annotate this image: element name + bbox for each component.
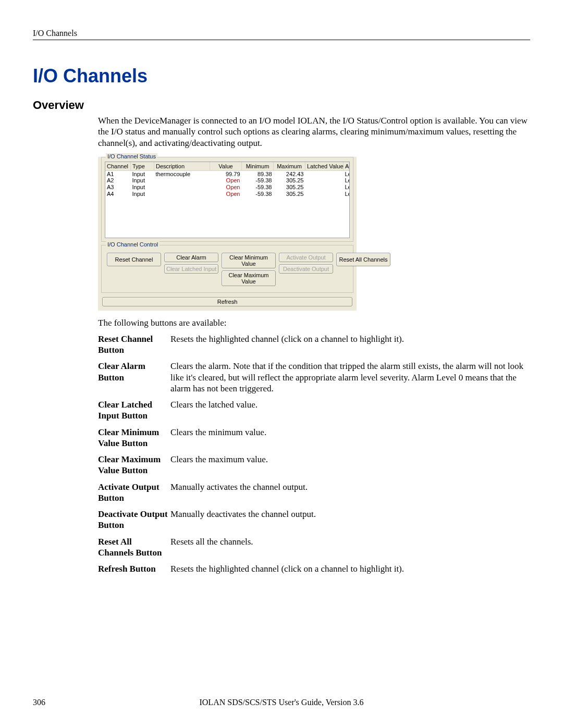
table-row[interactable]: A1Inputthermocouple99.7989.38242.43Level…: [105, 170, 349, 177]
cell-latched: [305, 177, 344, 184]
cell-min: -59.38: [242, 177, 274, 184]
cell-alarm: Level 0: [344, 184, 349, 191]
definition-body: Clears the alarm. Note that if the condi…: [170, 361, 530, 394]
button-definitions: Reset Channel ButtonResets the highlight…: [98, 334, 530, 575]
cell-latched: [305, 184, 344, 191]
overview-heading: Overview: [33, 98, 530, 112]
io-control-group-label: I/O Channel Control: [106, 241, 160, 248]
reset-all-channels-button[interactable]: Reset All Channels: [336, 253, 390, 266]
col-description[interactable]: Description: [154, 162, 210, 171]
intro-paragraph: When the DeviceManager is connected to a…: [98, 115, 530, 149]
definition-body: Manually activates the channel output.: [170, 482, 530, 492]
header-rule: [33, 40, 530, 40]
cell-val: Open: [210, 184, 242, 191]
table-row[interactable]: A3InputOpen-59.38305.25Level 0: [105, 184, 349, 191]
cell-type: Input: [131, 184, 154, 191]
col-value[interactable]: Value: [210, 162, 242, 171]
definition-body: Manually deactivates the channel output.: [170, 509, 530, 520]
cell-channel: A1: [105, 170, 131, 177]
cell-min: -59.38: [242, 191, 274, 198]
cell-min: -59.38: [242, 184, 274, 191]
cell-val: 99.79: [210, 170, 242, 177]
definition-body: Clears the latched value.: [170, 399, 530, 410]
definition-term: Activate Output Button: [98, 482, 170, 504]
col-alarm[interactable]: Alarm: [344, 162, 349, 171]
clear-max-value-button[interactable]: Clear Maximum Value: [222, 270, 276, 286]
definition-term: Clear Minimum Value Button: [98, 427, 170, 449]
activate-output-button[interactable]: Activate Output: [279, 253, 333, 262]
definition-body: Resets the highlighted channel (click on…: [170, 334, 530, 344]
deactivate-output-button[interactable]: Deactivate Output: [279, 264, 333, 274]
col-minimum[interactable]: Minimum: [242, 162, 274, 171]
col-type[interactable]: Type: [131, 162, 154, 171]
cell-type: Input: [131, 170, 154, 177]
cell-channel: A2: [105, 177, 131, 184]
clear-min-value-button[interactable]: Clear Minimum Value: [222, 253, 276, 268]
cell-latched: [305, 191, 344, 198]
definition-row: Refresh ButtonResets the highlighted cha…: [98, 563, 530, 574]
cell-alarm: Level 1: [344, 170, 349, 177]
definition-body: Resets the highlighted channel (click on…: [170, 563, 530, 574]
definition-row: Clear Minimum Value ButtonClears the min…: [98, 427, 530, 449]
clear-alarm-button[interactable]: Clear Alarm: [164, 253, 218, 262]
cell-latched: [305, 170, 344, 177]
cell-alarm: Level 0: [344, 191, 349, 198]
col-maximum[interactable]: Maximum: [274, 162, 305, 171]
definition-row: Activate Output ButtonManually activates…: [98, 482, 530, 504]
cell-channel: A3: [105, 184, 131, 191]
io-control-group: I/O Channel Control Reset Channel Clear …: [101, 245, 353, 293]
cell-val: Open: [210, 177, 242, 184]
cell-alarm: Level 0: [344, 177, 349, 184]
definition-row: Clear Alarm ButtonClears the alarm. Note…: [98, 361, 530, 394]
definition-row: Reset All Channels ButtonResets all the …: [98, 536, 530, 559]
reset-channel-button[interactable]: Reset Channel: [107, 253, 161, 266]
cell-type: Input: [131, 177, 154, 184]
cell-desc: [154, 191, 210, 198]
io-status-header-row: Channel Type Description Value Minimum M…: [105, 162, 349, 171]
cell-desc: [154, 177, 210, 184]
cell-max: 305.25: [274, 184, 305, 191]
cell-type: Input: [131, 191, 154, 198]
page-number: 306: [33, 698, 137, 707]
definition-row: Deactivate Output ButtonManually deactiv…: [98, 509, 530, 531]
clear-latched-input-button[interactable]: Clear Latched Input: [164, 264, 218, 274]
definition-row: Clear Maximum Value ButtonClears the max…: [98, 454, 530, 476]
cell-val: Open: [210, 191, 242, 198]
definition-term: Reset Channel Button: [98, 334, 170, 356]
io-status-group-label: I/O Channel Status: [106, 153, 157, 159]
table-row[interactable]: A2InputOpen-59.38305.25Level 0: [105, 177, 349, 184]
definition-body: Resets all the channels.: [170, 536, 530, 547]
cell-max: 305.25: [274, 191, 305, 198]
cell-max: 305.25: [274, 177, 305, 184]
definition-row: Reset Channel ButtonResets the highlight…: [98, 334, 530, 356]
cell-desc: [154, 184, 210, 191]
definition-body: Clears the maximum value.: [170, 454, 530, 465]
buttons-available-text: The following buttons are available:: [98, 318, 530, 328]
definition-term: Clear Alarm Button: [98, 361, 170, 383]
io-status-table: Channel Type Description Value Minimum M…: [105, 162, 349, 198]
page-footer: 306 IOLAN SDS/SCS/STS User's Guide, Vers…: [33, 698, 530, 707]
page-title: I/O Channels: [33, 65, 530, 87]
cell-min: 89.38: [242, 170, 274, 177]
definition-term: Reset All Channels Button: [98, 536, 170, 559]
definition-term: Deactivate Output Button: [98, 509, 170, 531]
definition-row: Clear Latched Input ButtonClears the lat…: [98, 399, 530, 422]
io-status-group: I/O Channel Status Channel Type Descript…: [101, 157, 353, 242]
definition-term: Refresh Button: [98, 563, 170, 574]
refresh-button[interactable]: Refresh: [102, 297, 352, 306]
cell-max: 242.43: [274, 170, 305, 177]
cell-channel: A4: [105, 191, 131, 198]
definition-body: Clears the minimum value.: [170, 427, 530, 438]
running-head: I/O Channels: [33, 29, 530, 38]
cell-desc: thermocouple: [154, 170, 210, 177]
guide-title: IOLAN SDS/SCS/STS User's Guide, Version …: [137, 698, 426, 707]
io-status-table-frame: Channel Type Description Value Minimum M…: [105, 162, 350, 238]
definition-term: Clear Maximum Value Button: [98, 454, 170, 476]
io-panel: I/O Channel Status Channel Type Descript…: [98, 157, 357, 311]
col-channel[interactable]: Channel: [105, 162, 131, 171]
col-latched[interactable]: Latched Value: [305, 162, 344, 171]
table-row[interactable]: A4InputOpen-59.38305.25Level 0: [105, 191, 349, 198]
definition-term: Clear Latched Input Button: [98, 399, 170, 422]
